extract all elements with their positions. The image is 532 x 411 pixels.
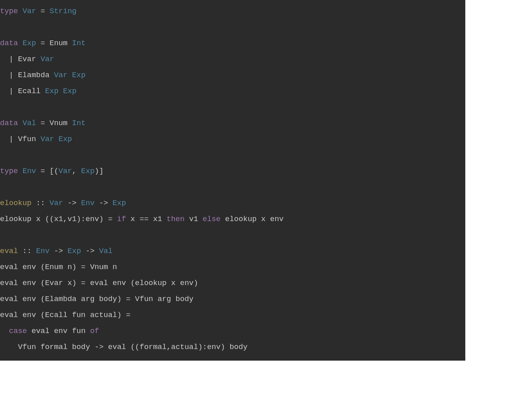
- code-token: Exp: [113, 199, 126, 207]
- code-line: | Vfun Var Exp: [0, 131, 465, 147]
- code-token: eval env (Enum n) = Vnum n: [0, 263, 117, 271]
- code-token: | Evar: [0, 55, 40, 64]
- code-token: data: [0, 119, 18, 128]
- code-line: eval env (Ecall fun actual) =: [0, 307, 465, 323]
- code-line: Vfun formal body -> eval ((formal,actual…: [0, 339, 465, 355]
- code-token: eval env (Evar x) = eval env (elookup x …: [0, 279, 198, 287]
- code-token: Exp: [59, 135, 72, 144]
- code-token: ->: [50, 247, 67, 255]
- code-token: Val: [99, 247, 113, 255]
- code-token: Exp: [45, 87, 59, 96]
- code-line: [0, 19, 465, 35]
- code-token: Var: [54, 71, 67, 80]
- code-token: ->: [81, 247, 99, 255]
- code-token: elookup: [0, 199, 32, 207]
- code-line: | Ecall Exp Exp: [0, 83, 465, 99]
- code-token: case: [9, 327, 27, 335]
- code-token: Exp: [22, 39, 36, 48]
- code-line: type Var = String: [0, 3, 465, 19]
- code-token: Exp: [63, 87, 77, 96]
- code-token: [18, 39, 22, 48]
- code-line: [0, 99, 465, 115]
- code-token: type: [0, 167, 18, 176]
- code-line: elookup :: Var -> Env -> Exp: [0, 195, 465, 211]
- code-token: Env: [36, 247, 50, 255]
- code-token: ::: [18, 247, 36, 255]
- code-token: Val: [22, 119, 36, 128]
- code-token: Int: [72, 119, 85, 128]
- code-line: [0, 147, 465, 163]
- code-token: Exp: [81, 167, 95, 176]
- code-token: =: [36, 7, 50, 16]
- code-line: case eval env fun of: [0, 323, 465, 339]
- code-line: elookup x ((x1,v1):env) = if x == x1 the…: [0, 211, 465, 227]
- code-token: | Ecall: [0, 87, 45, 96]
- code-token: Exp: [72, 71, 85, 80]
- code-line: eval :: Env -> Exp -> Val: [0, 243, 465, 259]
- code-token: eval env (Elambda arg body) = Vfun arg b…: [0, 295, 194, 303]
- code-token: [18, 7, 22, 16]
- code-token: [54, 135, 58, 144]
- code-token: data: [0, 39, 18, 48]
- code-token: Var: [59, 167, 72, 176]
- code-token: eval env (Ecall fun actual) =: [0, 311, 131, 319]
- code-token: Var: [40, 135, 54, 144]
- code-token: = Enum: [36, 39, 72, 48]
- code-token: ,: [72, 167, 81, 176]
- code-line: type Env = [(Var, Exp)]: [0, 163, 465, 179]
- code-block: type Var = String data Exp = Enum Int | …: [0, 0, 465, 361]
- code-token: v1: [185, 215, 202, 223]
- code-token: [67, 71, 72, 80]
- code-line: data Val = Vnum Int: [0, 115, 465, 131]
- code-token: = [(: [36, 167, 58, 176]
- code-token: then: [167, 215, 185, 223]
- code-line: eval env (Elambda arg body) = Vfun arg b…: [0, 291, 465, 307]
- code-token: | Elambda: [0, 71, 54, 80]
- code-token: Env: [81, 199, 95, 207]
- code-token: ->: [95, 199, 113, 207]
- code-line: eval env (Enum n) = Vnum n: [0, 259, 465, 275]
- code-line: | Evar Var: [0, 51, 465, 67]
- code-token: Exp: [67, 247, 81, 255]
- code-token: [18, 119, 22, 128]
- code-token: Var: [50, 199, 63, 207]
- code-token: ::: [32, 199, 50, 207]
- code-token: eval env fun: [27, 327, 90, 335]
- code-token: Var: [40, 55, 54, 64]
- code-token: | Vfun: [0, 135, 40, 144]
- code-token: [18, 167, 22, 176]
- code-token: of: [90, 327, 99, 335]
- code-line: eval env (Evar x) = eval env (elookup x …: [0, 275, 465, 291]
- code-token: Int: [72, 39, 85, 48]
- code-token: ->: [63, 199, 81, 207]
- code-token: type: [0, 7, 18, 16]
- code-token: eval: [0, 247, 18, 255]
- code-token: Vfun formal body -> eval ((formal,actual…: [0, 343, 248, 351]
- code-token: else: [202, 215, 220, 223]
- code-token: = Vnum: [36, 119, 72, 128]
- code-line: [0, 179, 465, 195]
- code-line: | Elambda Var Exp: [0, 67, 465, 83]
- code-token: Var: [22, 7, 36, 16]
- code-token: elookup x ((x1,v1):env) =: [0, 215, 117, 223]
- code-token: String: [50, 7, 77, 16]
- code-line: data Exp = Enum Int: [0, 35, 465, 51]
- code-token: [59, 87, 63, 96]
- code-token: elookup x env: [220, 215, 284, 223]
- code-token: )]: [95, 167, 104, 176]
- code-token: if: [117, 215, 126, 223]
- code-line: [0, 227, 465, 243]
- code-token: x == x1: [126, 215, 167, 223]
- code-token: [0, 327, 9, 335]
- code-token: Env: [22, 167, 36, 176]
